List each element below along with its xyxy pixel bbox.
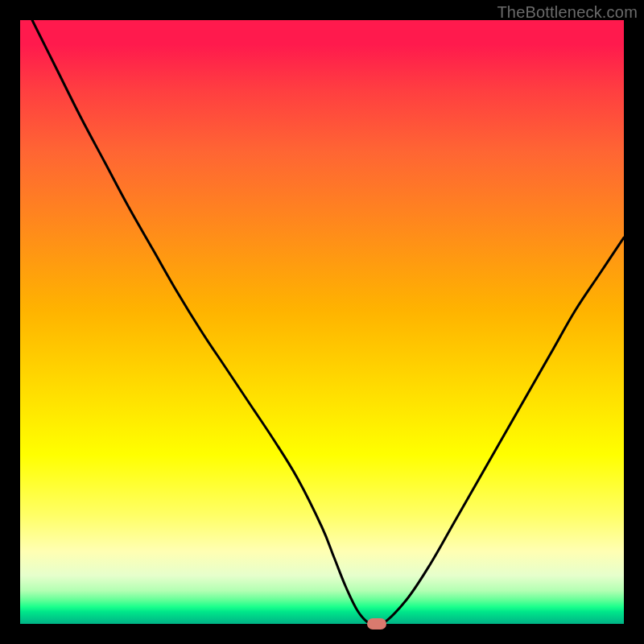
bottleneck-chart: TheBottleneck.com [0, 0, 644, 644]
watermark-text: TheBottleneck.com [497, 3, 638, 22]
plot-area [20, 20, 624, 624]
optimal-marker [367, 618, 386, 630]
curve-line [20, 20, 624, 624]
